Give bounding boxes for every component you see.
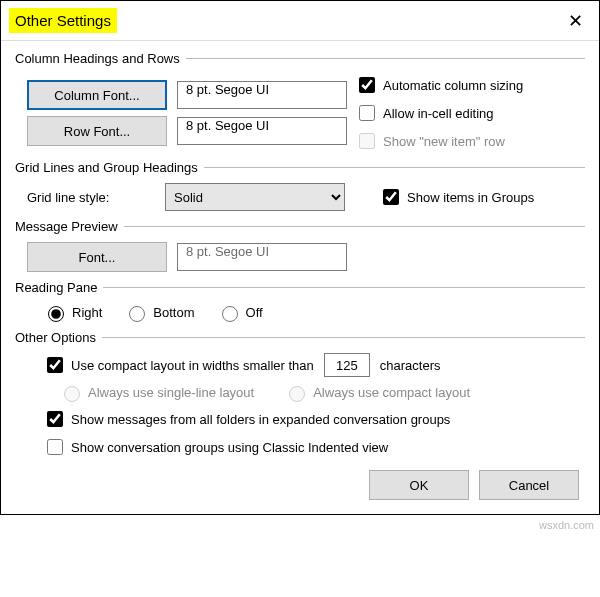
- reading-bottom-label: Bottom: [153, 305, 194, 320]
- always-compact-radio: Always use compact layout: [284, 383, 470, 402]
- allow-incell-input[interactable]: [359, 105, 375, 121]
- legend-column-headings: Column Headings and Rows: [15, 51, 186, 66]
- legend-line: [102, 337, 585, 338]
- always-single-label: Always use single-line layout: [88, 385, 254, 400]
- ok-button[interactable]: OK: [369, 470, 469, 500]
- compact-width-suffix: characters: [380, 358, 441, 373]
- legend-grid-lines: Grid Lines and Group Headings: [15, 160, 204, 175]
- group-other-options: Other Options Use compact layout in widt…: [15, 330, 585, 458]
- classic-indent-checkbox[interactable]: Show conversation groups using Classic I…: [43, 436, 388, 458]
- titlebar: Other Settings ✕: [1, 1, 599, 41]
- compact-width-prefix: Use compact layout in widths smaller tha…: [71, 358, 314, 373]
- show-all-folders-input[interactable]: [47, 411, 63, 427]
- always-single-radio: Always use single-line layout: [59, 383, 254, 402]
- group-reading-pane: Reading Pane Right Bottom Off: [15, 280, 585, 322]
- reading-bottom-radio[interactable]: Bottom: [124, 303, 194, 322]
- reading-off-radio[interactable]: Off: [217, 303, 263, 322]
- row-font-button[interactable]: Row Font...: [27, 116, 167, 146]
- close-button[interactable]: ✕: [551, 1, 599, 41]
- auto-col-sizing-checkbox[interactable]: Automatic column sizing: [355, 74, 585, 96]
- classic-indent-label: Show conversation groups using Classic I…: [71, 440, 388, 455]
- dialog-title: Other Settings: [9, 8, 117, 33]
- show-groups-checkbox[interactable]: Show items in Groups: [379, 186, 534, 208]
- preview-font-button[interactable]: Font...: [27, 242, 167, 272]
- show-new-item-checkbox: Show "new item" row: [355, 130, 585, 152]
- legend-line: [204, 167, 585, 168]
- group-column-headings: Column Headings and Rows Column Font... …: [15, 51, 585, 152]
- group-message-preview: Message Preview Font... 8 pt. Segoe UI: [15, 219, 585, 272]
- dialog-body: Column Headings and Rows Column Font... …: [1, 41, 599, 514]
- column-font-button[interactable]: Column Font...: [27, 80, 167, 110]
- allow-incell-label: Allow in-cell editing: [383, 106, 494, 121]
- classic-indent-input[interactable]: [47, 439, 63, 455]
- compact-width-value[interactable]: [324, 353, 370, 377]
- reading-right-input[interactable]: [48, 306, 64, 322]
- reading-bottom-input[interactable]: [129, 306, 145, 322]
- legend-line: [124, 226, 585, 227]
- reading-off-input[interactable]: [222, 306, 238, 322]
- show-groups-label: Show items in Groups: [407, 190, 534, 205]
- show-new-item-input: [359, 133, 375, 149]
- reading-right-label: Right: [72, 305, 102, 320]
- show-all-folders-checkbox[interactable]: Show messages from all folders in expand…: [43, 408, 450, 430]
- auto-col-sizing-label: Automatic column sizing: [383, 78, 523, 93]
- show-all-folders-label: Show messages from all folders in expand…: [71, 412, 450, 427]
- reading-off-label: Off: [246, 305, 263, 320]
- always-compact-input: [289, 386, 305, 402]
- compact-width-checkbox[interactable]: Use compact layout in widths smaller tha…: [43, 354, 314, 376]
- preview-font-display: 8 pt. Segoe UI: [177, 243, 347, 271]
- row-font-display: 8 pt. Segoe UI: [177, 117, 347, 145]
- show-groups-input[interactable]: [383, 189, 399, 205]
- auto-col-sizing-input[interactable]: [359, 77, 375, 93]
- legend-other-options: Other Options: [15, 330, 102, 345]
- watermark: wsxdn.com: [0, 515, 600, 535]
- legend-message-preview: Message Preview: [15, 219, 124, 234]
- close-icon: ✕: [568, 10, 583, 32]
- legend-line: [103, 287, 585, 288]
- dialog-other-settings: Other Settings ✕ Column Headings and Row…: [0, 0, 600, 515]
- compact-width-input[interactable]: [47, 357, 63, 373]
- grid-style-select[interactable]: Solid: [165, 183, 345, 211]
- group-grid-lines: Grid Lines and Group Headings Grid line …: [15, 160, 585, 211]
- legend-reading-pane: Reading Pane: [15, 280, 103, 295]
- show-new-item-label: Show "new item" row: [383, 134, 505, 149]
- grid-style-label: Grid line style:: [15, 190, 155, 205]
- cancel-button[interactable]: Cancel: [479, 470, 579, 500]
- allow-incell-checkbox[interactable]: Allow in-cell editing: [355, 102, 585, 124]
- reading-right-radio[interactable]: Right: [43, 303, 102, 322]
- button-bar: OK Cancel: [15, 466, 585, 500]
- column-font-display: 8 pt. Segoe UI: [177, 81, 347, 109]
- always-compact-label: Always use compact layout: [313, 385, 470, 400]
- legend-line: [186, 58, 585, 59]
- always-single-input: [64, 386, 80, 402]
